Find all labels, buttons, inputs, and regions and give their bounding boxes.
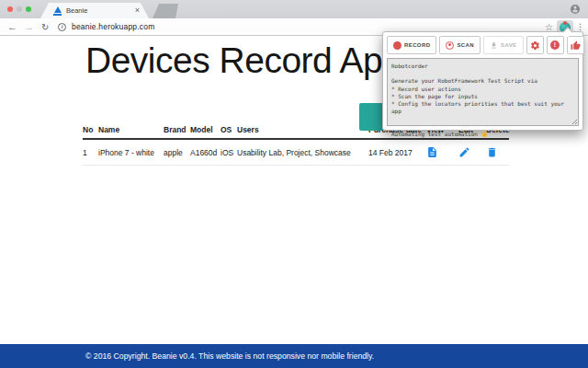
col-header-users: Users [237, 125, 368, 138]
close-window-button[interactable] [7, 6, 13, 12]
scan-target-icon [446, 41, 454, 50]
cell-brand: apple [164, 148, 190, 157]
site-info-icon[interactable]: i [58, 23, 66, 31]
cell-no: 1 [83, 148, 98, 157]
browser-window: Beanie × ← → ↻ i beanie.herokuapp.com ☆ … [0, 0, 588, 368]
forward-icon[interactable]: → [24, 18, 34, 36]
view-document-icon[interactable] [426, 146, 438, 158]
tab-strip: Beanie × [0, 0, 588, 18]
cell-os: iOS [220, 148, 237, 157]
info-icon: ! [550, 40, 560, 50]
tab-close-icon[interactable]: × [135, 3, 140, 18]
tab-title: Beanie [66, 6, 87, 15]
cell-purchase-date: 14 Feb 2017 [368, 148, 426, 157]
col-header-os: OS [220, 125, 237, 138]
textarea-text: Robotcorder Generate your RobotFramework… [391, 63, 567, 137]
record-button-label: RECORD [404, 42, 430, 48]
cell-users: Usability Lab, Project, Showcase [237, 148, 368, 157]
settings-button[interactable] [526, 36, 544, 54]
zoom-window-button[interactable] [26, 6, 31, 12]
col-header-model: Model [190, 125, 220, 138]
record-button[interactable]: RECORD [387, 36, 436, 54]
save-button[interactable]: SAVE [483, 36, 524, 54]
back-icon[interactable]: ← [7, 18, 17, 36]
col-header-name: Name [98, 125, 164, 138]
scan-button-label: SCAN [457, 42, 474, 48]
record-dot-icon [393, 41, 401, 50]
beanie-favicon-icon [53, 6, 62, 15]
rock-hand-emoji-icon: 🤘 [481, 131, 489, 137]
col-header-no: No [83, 125, 98, 138]
col-header-brand: Brand [164, 125, 190, 138]
scan-button[interactable]: SCAN [439, 36, 481, 54]
table-row: 1 iPhone 7 - white apple A1660d iOS Usab… [83, 140, 509, 166]
script-textarea[interactable]: Robotcorder Generate your RobotFramework… [387, 58, 579, 126]
thumbs-up-icon [571, 40, 581, 51]
download-icon [490, 41, 498, 50]
tab-beanie[interactable]: Beanie × [40, 3, 149, 18]
save-button-label: SAVE [501, 42, 517, 48]
page-title: Devices Record App [85, 40, 401, 81]
cell-model: A1660d [190, 148, 220, 157]
new-tab-button[interactable] [153, 4, 178, 18]
page-footer: © 2016 Copyright. Beanie v0.4. This webs… [0, 344, 588, 368]
popup-button-row: RECORD SCAN SAVE ! [383, 32, 582, 58]
profile-icon[interactable] [570, 4, 581, 15]
address-bar[interactable]: beanie.herokuapp.com [72, 18, 154, 36]
cell-name: iPhone 7 - white [98, 148, 164, 157]
reload-icon[interactable]: ↻ [41, 18, 49, 36]
like-button[interactable] [567, 36, 584, 54]
robotcorder-popup: RECORD SCAN SAVE ! Robotcorder Generate … [382, 31, 583, 131]
minimize-window-button[interactable] [17, 6, 22, 12]
delete-trash-icon[interactable] [486, 146, 498, 158]
gear-icon [530, 40, 540, 51]
footer-text: © 2016 Copyright. Beanie v0.4. This webs… [85, 344, 374, 368]
edit-pencil-icon[interactable] [458, 146, 470, 158]
info-button[interactable]: ! [547, 36, 564, 54]
